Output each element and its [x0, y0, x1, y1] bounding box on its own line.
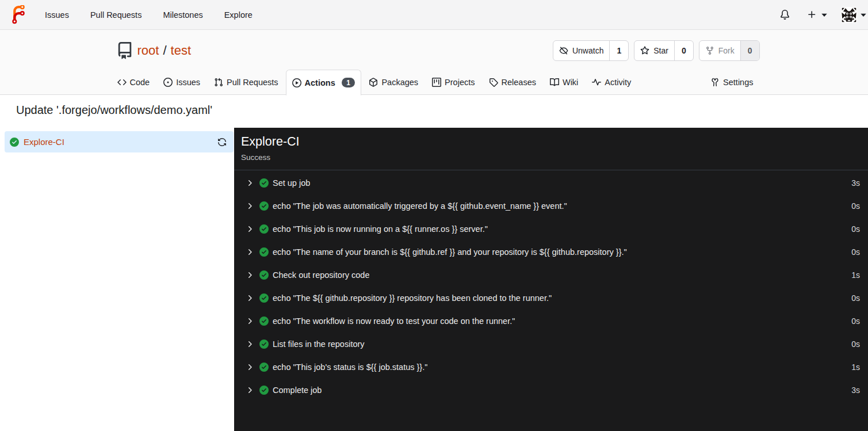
step-row[interactable]: echo "The ${{ github.repository }} repos…	[234, 287, 868, 310]
stars-count[interactable]: 0	[674, 41, 693, 60]
check-circle-icon	[259, 247, 269, 257]
repo-name-link[interactable]: test	[171, 43, 191, 58]
tab-releases[interactable]: Releases	[483, 70, 542, 95]
step-name: echo "The workflow is now ready to test …	[273, 316, 515, 326]
tab-activity[interactable]: Activity	[586, 70, 637, 95]
tab-label: Code	[130, 78, 150, 87]
step-row[interactable]: Complete job 3s	[234, 379, 868, 402]
tab-label: Activity	[605, 78, 631, 87]
tab-settings[interactable]: Settings	[704, 70, 759, 95]
navbar-link-issues[interactable]: Issues	[45, 0, 69, 30]
step-duration: 0s	[844, 247, 860, 257]
run-header: Update '.forgejo/workflows/demo.yaml'	[0, 95, 868, 118]
step-row[interactable]: Check out repository code 1s	[234, 264, 868, 287]
chevron-right-icon	[245, 316, 254, 326]
check-circle-icon	[259, 270, 269, 280]
identicon-image	[841, 7, 857, 23]
tab-projects[interactable]: Projects	[426, 70, 481, 95]
step-row[interactable]: echo "The workflow is now ready to test …	[234, 310, 868, 333]
step-duration: 3s	[844, 386, 860, 395]
unwatch-button[interactable]: Unwatch	[553, 41, 609, 60]
repo-title-row: root / test Unwatch 1 Star 0	[109, 38, 760, 63]
step-row[interactable]: List files in the repository 0s	[234, 333, 868, 356]
step-name: echo "The job was automatically triggere…	[273, 201, 567, 211]
wrench-icon	[710, 78, 720, 87]
chevron-right-icon	[245, 247, 254, 257]
watchers-count[interactable]: 1	[609, 41, 628, 60]
tab-label: Packages	[381, 78, 418, 87]
repo-owner-link[interactable]: root	[137, 43, 159, 58]
run-title: Update '.forgejo/workflows/demo.yaml'	[16, 102, 852, 118]
tab-actions[interactable]: Actions 1	[286, 70, 362, 96]
user-avatar	[841, 7, 857, 23]
user-menu-dropdown[interactable]	[841, 7, 867, 23]
job-item-explore-ci[interactable]: Explore-CI	[5, 131, 234, 152]
tab-code[interactable]: Code	[111, 70, 156, 95]
step-row[interactable]: echo "This job's status is ${{ job.statu…	[234, 356, 868, 379]
actions-run-view: Update '.forgejo/workflows/demo.yaml' Ex…	[0, 95, 868, 431]
repo-action-buttons: Unwatch 1 Star 0 Fork 0	[553, 40, 760, 61]
forgejo-logo-icon[interactable]	[9, 5, 29, 25]
star-label: Star	[653, 46, 668, 55]
navbar-links: Issues Pull Requests Milestones Explore	[45, 0, 274, 30]
check-circle-icon	[259, 201, 269, 211]
job-panel-header: Explore-CI Success	[234, 128, 868, 170]
create-new-dropdown[interactable]	[807, 10, 828, 20]
step-name: Check out repository code	[273, 270, 369, 280]
chevron-right-icon	[245, 270, 254, 280]
step-row[interactable]: echo "The job was automatically triggere…	[234, 194, 868, 218]
repo-breadcrumb: root / test	[137, 43, 192, 58]
step-name: echo "This job is now running on a ${{ r…	[273, 224, 488, 234]
tab-packages[interactable]: Packages	[362, 70, 425, 95]
tab-label: Issues	[176, 78, 200, 87]
chevron-right-icon	[245, 201, 254, 211]
check-circle-icon	[259, 340, 269, 349]
play-icon	[292, 78, 301, 87]
unwatch-label: Unwatch	[572, 46, 603, 55]
tab-label: Releases	[502, 78, 536, 87]
fork-icon	[705, 46, 714, 55]
job-steps-list: Set up job 3s echo "The job was automati…	[234, 170, 868, 402]
step-duration: 1s	[844, 363, 860, 372]
step-duration: 1s	[844, 270, 860, 280]
check-circle-icon	[259, 178, 269, 188]
chevron-right-icon	[245, 386, 254, 395]
step-row[interactable]: Set up job 3s	[234, 171, 868, 194]
step-row[interactable]: echo "This job is now running on a ${{ r…	[234, 218, 868, 241]
navbar-right	[780, 7, 867, 23]
navbar-link-pull-requests[interactable]: Pull Requests	[90, 0, 142, 30]
caret-down-icon	[859, 11, 867, 19]
step-row[interactable]: echo "The name of your branch is ${{ git…	[234, 241, 868, 264]
navbar-link-explore[interactable]: Explore	[224, 0, 253, 30]
check-circle-icon	[10, 138, 19, 147]
check-circle-icon	[259, 293, 269, 303]
fork-button[interactable]: Fork	[699, 41, 740, 60]
check-circle-icon	[259, 386, 269, 395]
check-circle-icon	[259, 224, 269, 234]
refresh-icon[interactable]	[217, 138, 227, 147]
notifications-bell-icon[interactable]	[780, 10, 790, 20]
breadcrumb-separator: /	[163, 43, 166, 58]
tab-label: Pull Requests	[227, 78, 278, 87]
git-pull-request-icon	[214, 78, 223, 87]
plus-icon	[807, 10, 817, 20]
step-name: Set up job	[273, 178, 310, 188]
step-name: Complete job	[273, 386, 322, 395]
tab-label: Projects	[445, 78, 475, 87]
forks-count[interactable]: 0	[740, 41, 759, 60]
tag-icon	[489, 78, 498, 87]
repo-tabs: Code Issues Pull Requests Actions 1 Pack…	[109, 69, 760, 95]
repo-header: root / test Unwatch 1 Star 0	[0, 30, 868, 95]
tab-wiki[interactable]: Wiki	[544, 70, 584, 95]
eye-slash-icon	[559, 46, 568, 55]
step-duration: 3s	[844, 178, 860, 188]
caret-down-icon	[820, 11, 828, 19]
tab-pull-requests[interactable]: Pull Requests	[208, 70, 284, 95]
tab-issues[interactable]: Issues	[157, 70, 207, 95]
step-name: List files in the repository	[273, 340, 365, 349]
star-icon	[640, 46, 649, 55]
navbar-link-milestones[interactable]: Milestones	[163, 0, 202, 30]
fork-label: Fork	[718, 46, 735, 55]
star-button-group: Star 0	[634, 40, 693, 61]
star-button[interactable]: Star	[634, 41, 674, 60]
